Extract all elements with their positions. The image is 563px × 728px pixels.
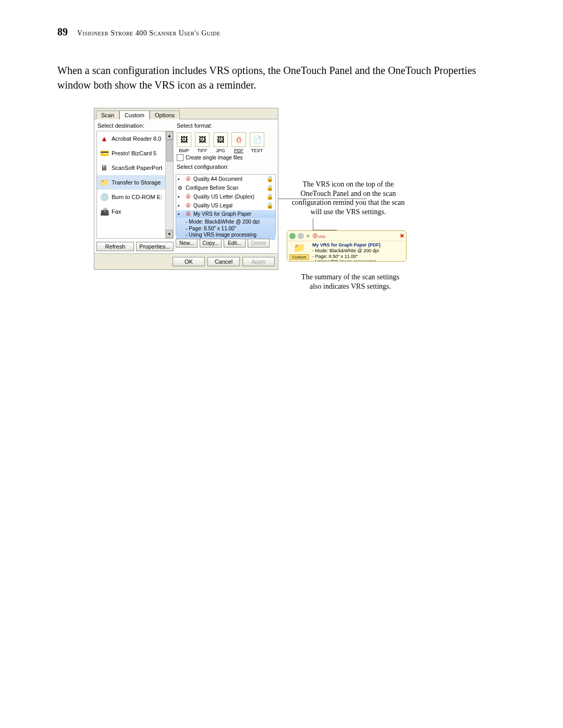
cfg-letter[interactable]: ▪ ⦿ Quality US Letter (Duplex) 🔒 xyxy=(176,192,275,201)
cfg-legal-label: Quality US Legal xyxy=(193,203,232,208)
dest-fax-label: Fax xyxy=(112,208,121,215)
page-number: 89 xyxy=(57,26,68,38)
bubble-thumb[interactable]: 📁 Custom xyxy=(289,242,309,262)
lock-icon: 🔒 xyxy=(266,193,274,200)
format-row: 🖼 BMP 🖼 TIFF 🖼 JPG ⎙ xyxy=(176,131,276,154)
cfg-letter-label: Quality US Letter (Duplex) xyxy=(193,194,254,200)
lock-icon: 🔒 xyxy=(266,184,274,191)
dest-burn[interactable]: 💿 Burn to CD-ROM E: xyxy=(97,190,173,204)
format-bmp[interactable]: 🖼 BMP xyxy=(176,132,192,153)
scroll-thumb[interactable] xyxy=(166,140,173,162)
pdf-icon: ⎙ xyxy=(231,132,246,147)
dest-burn-label: Burn to CD-ROM E: xyxy=(112,194,162,200)
fax-icon: 📠 xyxy=(99,206,109,217)
vrs-icon: ⦿ xyxy=(186,194,192,200)
select-destination-label: Select destination: xyxy=(96,121,174,131)
dest-acrobat-label: Acrobat Reader 8.0 xyxy=(112,135,161,142)
cfg-a4[interactable]: ▪ ⦿ Quality A4 Document 🔒 xyxy=(176,175,275,183)
format-jpg[interactable]: 🖼 JPG xyxy=(212,132,229,153)
figure-area: Scan Custom Options Select destination: … xyxy=(94,108,542,316)
tab-custom[interactable]: Custom xyxy=(119,110,150,119)
scroll-down-icon[interactable]: ▼ xyxy=(166,230,173,238)
header-title: Visioneer Strobe 400 Scanner User's Guid… xyxy=(77,29,221,38)
page-icon: ▪ xyxy=(178,176,184,182)
dest-paperport-label: ScanSoft PaperPort xyxy=(112,165,162,171)
text-icon: 📄 xyxy=(250,132,264,147)
dest-fax[interactable]: 📠 Fax xyxy=(97,204,173,219)
bubble-using: - Using VRS image processing xyxy=(312,259,381,262)
bubble-summary: My VRS for Graph Paper (PDF) - Mode: Bla… xyxy=(312,242,381,262)
acrobat-icon: ▲ xyxy=(99,133,109,144)
bubble-custom-label: Custom xyxy=(289,254,309,260)
vrs-icon: ⦿ xyxy=(186,203,192,208)
page-icon: ▪ xyxy=(178,211,184,217)
onetouch-panel: ➤ ⦿VRS ✖ 📁 Custom My VRS for Graph Paper… xyxy=(287,230,407,262)
nav-fwd-icon[interactable] xyxy=(298,233,304,239)
scroll-up-icon[interactable]: ▲ xyxy=(166,131,173,140)
ok-button[interactable]: OK xyxy=(173,257,205,266)
page-icon: ▪ xyxy=(178,203,184,208)
folder-icon: 📁 xyxy=(289,242,309,254)
jpg-icon: 🖼 xyxy=(213,132,228,147)
lock-icon: 🔒 xyxy=(266,202,274,209)
new-button[interactable]: New... xyxy=(176,239,198,248)
configuration-list[interactable]: ▪ ⦿ Quality A4 Document 🔒 ⚙ Configure Be… xyxy=(176,174,276,236)
vrs-icon: ⦿VRS xyxy=(312,233,325,239)
tab-options[interactable]: Options xyxy=(150,110,180,119)
dialog-footer: OK Cancel Apply xyxy=(94,253,278,269)
single-image-checkbox-row[interactable]: Create single image files xyxy=(176,154,276,161)
properties-button[interactable]: Properties... xyxy=(136,242,174,251)
onetouch-properties-dialog: Scan Custom Options Select destination: … xyxy=(94,108,278,270)
tiff-icon: 🖼 xyxy=(195,132,210,147)
destination-list[interactable]: ▲ Acrobat Reader 8.0 💳 Presto! BizCard 5… xyxy=(96,131,174,239)
edit-button[interactable]: Edit... xyxy=(224,239,246,248)
detail-page: - Page: 8.50" x 11.00" xyxy=(186,226,274,232)
cfg-legal[interactable]: ▪ ⦿ Quality US Legal 🔒 xyxy=(176,201,275,210)
checkbox-icon[interactable] xyxy=(177,154,183,161)
pointer-icon: ➤ xyxy=(306,233,310,239)
folder-icon: 📁 xyxy=(99,177,109,188)
format-tiff[interactable]: 🖼 TIFF xyxy=(194,132,211,153)
cfg-graph-label: My VRS for Graph Paper xyxy=(193,211,251,217)
cancel-button[interactable]: Cancel xyxy=(207,257,240,266)
tab-scan[interactable]: Scan xyxy=(96,110,119,119)
callout-summary: The summary of the scan settings also in… xyxy=(298,273,402,291)
cfg-before[interactable]: ⚙ Configure Before Scan 🔒 xyxy=(176,183,275,192)
single-image-label: Create single image files xyxy=(186,155,243,161)
delete-button[interactable]: Delete xyxy=(248,239,270,248)
format-pdf[interactable]: ⎙ PDF xyxy=(230,132,247,153)
vrs-icon: ⦿ xyxy=(186,176,192,182)
gear-icon: ⚙ xyxy=(178,185,184,191)
detail-using: - Using VRS image processing xyxy=(186,232,274,239)
bubble-mode: - Mode: Black&White @ 200 dpi xyxy=(312,248,381,254)
cfg-graph[interactable]: ▪ ⦿ My VRS for Graph Paper xyxy=(176,210,275,218)
dest-bizcard[interactable]: 💳 Presto! BizCard 5 xyxy=(97,146,173,161)
destination-scrollbar[interactable]: ▲ ▼ xyxy=(165,131,173,238)
tab-strip: Scan Custom Options xyxy=(94,108,278,119)
detail-mode: - Mode: Black&White @ 200 dpi xyxy=(186,219,274,226)
callout-leader xyxy=(313,218,313,230)
cfg-graph-details: - Mode: Black&White @ 200 dpi - Page: 8.… xyxy=(176,218,275,240)
apply-button[interactable]: Apply xyxy=(242,257,275,266)
close-icon[interactable]: ✖ xyxy=(400,233,404,239)
dest-storage-label: Transfer to Storage xyxy=(112,179,161,186)
callout-vrs-icon: The VRS icon on the top of the OneTouch … xyxy=(291,180,406,216)
dest-acrobat[interactable]: ▲ Acrobat Reader 8.0 xyxy=(97,131,173,146)
cfg-before-label: Configure Before Scan xyxy=(186,185,238,191)
dest-paperport[interactable]: 🖥 ScanSoft PaperPort xyxy=(97,161,173,175)
nav-back-icon[interactable] xyxy=(289,233,296,239)
dest-storage[interactable]: 📁 Transfer to Storage xyxy=(97,175,173,190)
refresh-button[interactable]: Refresh xyxy=(96,242,134,251)
select-format-label: Select format: xyxy=(176,121,276,131)
cfg-a4-label: Quality A4 Document xyxy=(193,176,242,182)
lock-icon: 🔒 xyxy=(266,176,274,182)
format-text[interactable]: 📄 TEXT xyxy=(249,132,265,153)
copy-button[interactable]: Copy... xyxy=(200,239,222,248)
select-configuration-label: Select configuration: xyxy=(176,163,276,172)
bubble-title: My VRS for Graph Paper (PDF) xyxy=(312,242,381,248)
bmp-icon: 🖼 xyxy=(177,132,191,147)
body-paragraph: When a scan configuration includes VRS o… xyxy=(57,63,511,92)
page-icon: ▪ xyxy=(178,194,184,200)
dest-bizcard-label: Presto! BizCard 5 xyxy=(112,150,156,156)
bubble-toolbar: ➤ ⦿VRS ✖ xyxy=(287,231,406,241)
